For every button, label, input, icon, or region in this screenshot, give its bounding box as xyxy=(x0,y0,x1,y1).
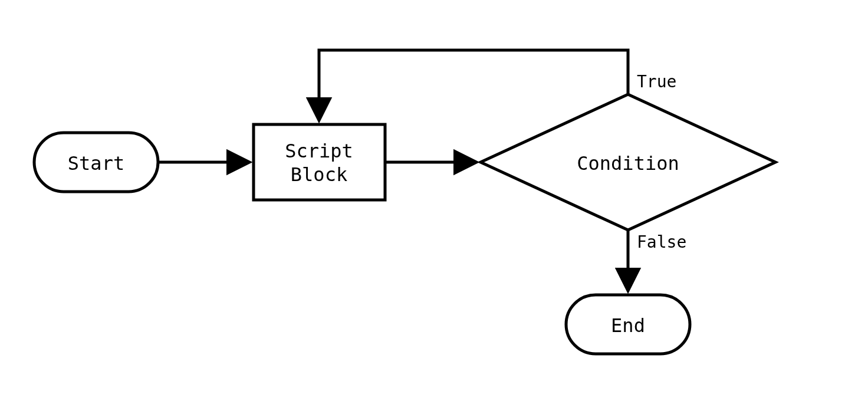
edge-true-loop xyxy=(319,50,628,119)
script-block-node: Script Block xyxy=(254,124,385,200)
svg-rect-1 xyxy=(254,124,385,200)
condition-node: Condition xyxy=(481,94,775,230)
condition-label: Condition xyxy=(577,152,679,175)
end-node: End xyxy=(566,295,690,354)
script-label-line2: Block xyxy=(291,163,347,186)
flowchart-diagram: Start Script Block Condition True False … xyxy=(0,0,868,414)
start-label: Start xyxy=(68,152,124,175)
end-label: End xyxy=(611,314,645,337)
start-node: Start xyxy=(34,133,158,192)
script-label-line1: Script xyxy=(285,140,353,162)
true-label: True xyxy=(637,72,676,91)
false-label: False xyxy=(637,232,686,252)
